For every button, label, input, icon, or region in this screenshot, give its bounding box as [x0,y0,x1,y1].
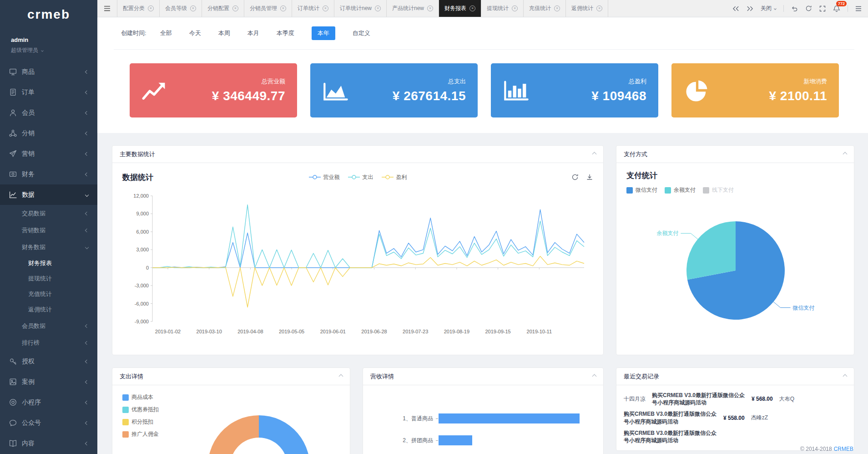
sidebar-item-withdraw-stats[interactable]: 提现统计 [0,271,97,286]
collapse-panel-button[interactable] [843,152,848,157]
tab-order-stats[interactable]: 订单统计× [292,0,334,17]
right-menu-button[interactable] [855,6,862,11]
chevron-left-icon [85,324,89,327]
sidebar-item-distribution[interactable]: 分销 [0,123,97,143]
submenu-data: 交易数据营销数据财务数据财务报表提现统计充值统计返佣统计会员数据排行榜 [0,205,97,351]
svg-text:2019-04-08: 2019-04-08 [237,329,263,334]
tab-close-icon[interactable]: × [280,5,286,11]
tab-rebate-stats[interactable]: 返佣统计× [566,0,608,17]
stat-card-label: 总营业额 [262,77,285,86]
tab-config-category[interactable]: 配置分类× [117,0,160,17]
back-button[interactable] [791,5,798,12]
order-icon [9,88,17,96]
filter-option-week[interactable]: 本周 [218,29,230,37]
tab-close-icon[interactable]: × [512,5,518,11]
collapse-panel-button[interactable] [339,374,343,379]
tabs-scroll-left-button[interactable] [732,6,739,11]
sidebar-item-rebate-stats[interactable]: 返佣统计 [0,302,97,317]
filter-option-year[interactable]: 本年 [312,26,335,40]
tab-label: 订单统计new [340,5,372,12]
tab-close-icon[interactable]: × [148,5,154,11]
tab-recharge-stats[interactable]: 充值统计× [524,0,566,17]
filter-option-today[interactable]: 今天 [189,29,201,37]
tab-withdraw-stats[interactable]: 提现统计× [481,0,524,17]
sidebar-item-trade-data[interactable]: 交易数据 [0,205,97,222]
svg-text:-3,000: -3,000 [135,283,149,288]
sidebar-item-recharge-stats[interactable]: 充值统计 [0,286,97,302]
sidebar-item-goods[interactable]: 商品 [0,61,97,82]
sidebar-item-marketing-data[interactable]: 营销数据 [0,222,97,239]
tab-distributor-management[interactable]: 分销员管理× [244,0,292,17]
sidebar-item-case[interactable]: 案例 [0,372,97,392]
sidebar-item-order[interactable]: 订单 [0,82,97,102]
topbar: 配置分类×会员等级×分销配置×分销员管理×订单统计×订单统计new×产品统计ne… [97,0,868,17]
refresh-button[interactable] [805,5,812,12]
legend-swatch [703,187,709,194]
svg-text:2019-01-02: 2019-01-02 [155,329,181,334]
panel-body: 商品成本优惠券抵扣积分抵扣推广人佣金 [112,385,350,445]
close-tabs-dropdown[interactable]: 关闭 [761,5,776,12]
user-role-dropdown[interactable]: 超级管理员 [11,46,86,54]
tab-close-icon[interactable]: × [554,5,560,11]
sidebar-item-member[interactable]: 会员 [0,102,97,123]
stat-card-value: ¥ 346449.77 [212,89,285,103]
collapse-panel-button[interactable] [592,374,597,379]
sidebar-item-official-account[interactable]: 公众号 [0,413,97,433]
tab-close-icon[interactable]: × [232,5,238,11]
legend-label: 推广人佣金 [131,430,159,438]
fullscreen-button[interactable] [819,5,826,12]
svg-text:-6,000: -6,000 [135,301,149,306]
sidebar-item-member-data[interactable]: 会员数据 [0,317,97,334]
chart-download-button[interactable] [586,173,593,181]
tab-close-icon[interactable]: × [190,5,196,11]
tab-close-icon[interactable]: × [469,5,475,11]
panel-header: 支出详情 [112,368,350,385]
legend-item-商品成本[interactable]: 商品成本 [122,393,340,401]
open-tabs-bar: 配置分类×会员等级×分销配置×分销员管理×订单统计×订单统计new×产品统计ne… [117,0,726,17]
legend-item-盈利[interactable]: 盈利 [382,173,407,181]
tab-close-icon[interactable]: × [323,5,328,11]
legend-item-支出[interactable]: 支出 [348,173,373,181]
filter-option-month[interactable]: 本月 [247,29,259,37]
filter-option-custom[interactable]: 自定义 [353,29,370,37]
notifications-button[interactable]: 772 [833,5,840,12]
tab-close-icon[interactable]: × [427,5,433,11]
sidebar-item-marketing[interactable]: 营销 [0,143,97,164]
tab-close-icon[interactable]: × [375,5,381,11]
sidebar-item-label: 会员数据 [22,322,45,330]
legend-swatch [665,187,671,194]
brand-link[interactable]: CRMEB [834,446,853,452]
tabs-scroll-right-button[interactable] [747,6,753,11]
stat-card-label: 总盈利 [629,77,646,86]
sidebar-item-finance-report[interactable]: 财务报表 [0,255,97,271]
filter-option-all[interactable]: 全部 [160,29,172,37]
sidebar-item-data[interactable]: 数据 [0,184,97,205]
collapse-panel-button[interactable] [592,152,597,157]
filter-options: 全部今天本周本月本季度本年自定义 [160,26,370,40]
sidebar-item-miniapp[interactable]: 小程序 [0,392,97,413]
legend-item-微信支付[interactable]: 微信支付 [626,186,657,194]
tab-order-stats-new[interactable]: 订单统计new× [334,0,387,17]
tab-member-level[interactable]: 会员等级× [160,0,202,17]
sidebar-item-content[interactable]: 内容 [0,433,97,454]
tab-close-icon[interactable]: × [596,5,602,11]
legend-item-余额支付[interactable]: 余额支付 [665,186,696,194]
chart-title: 数据统计 [122,172,153,183]
filter-option-quarter[interactable]: 本季度 [277,29,294,37]
sidebar-item-finance-data[interactable]: 财务数据 [0,239,97,255]
chevron-down-icon [41,49,44,52]
miniapp-icon [9,398,17,406]
sidebar-item-finance[interactable]: 财务 [0,164,97,184]
tab-distribution-config[interactable]: 分销配置× [202,0,244,17]
pay-pie-chart: 余额支付微信支付 [626,198,844,341]
svg-text:0: 0 [146,265,149,270]
legend-item-营业额[interactable]: 营业额 [309,173,340,181]
chart-refresh-button[interactable] [571,173,579,181]
legend-item-线下支付[interactable]: 线下支付 [703,186,734,194]
collapse-sidebar-button[interactable] [97,0,117,17]
collapse-panel-button[interactable] [843,374,848,379]
tab-finance-report[interactable]: 财务报表× [439,0,481,17]
tab-product-stats-new[interactable]: 产品统计new× [387,0,439,17]
sidebar-item-ranking[interactable]: 排行榜 [0,334,97,351]
sidebar-item-auth[interactable]: 授权 [0,351,97,372]
